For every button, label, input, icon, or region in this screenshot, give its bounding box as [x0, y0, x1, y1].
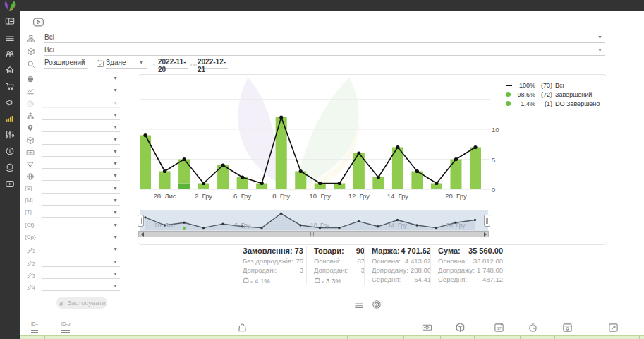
- filter-dropdown-17[interactable]: ▼: [42, 281, 120, 291]
- megaphone-icon: [5, 97, 15, 110]
- filter-dropdown-5[interactable]: ▼: [42, 135, 120, 145]
- filter-row-9: {S}▼: [23, 184, 120, 194]
- video-tutorial-button[interactable]: [32, 16, 48, 28]
- orders-id-icon[interactable]: ID=: [31, 322, 38, 333]
- filter-dropdown-11[interactable]: ▼: [42, 208, 120, 218]
- filter-dropdown-4[interactable]: ▼: [42, 122, 120, 132]
- chart-legend: 100%(73)Всі98.6%(72)Завершений1.4%(1)DO …: [506, 81, 604, 108]
- timer-icon[interactable]: [528, 322, 538, 335]
- filter-dropdown-7[interactable]: ▼: [42, 159, 120, 169]
- date-to-label: по: [190, 61, 197, 68]
- filter-dropdown-9[interactable]: ▼: [42, 184, 120, 194]
- filter-row-8: ▼: [23, 171, 120, 182]
- calendar-17-icon[interactable]: 17: [494, 322, 504, 335]
- package-circle-icon[interactable]: [372, 299, 382, 310]
- legend-item-1[interactable]: 98.6%(72)Завершений: [506, 90, 604, 99]
- filter-row-2: ▼: [23, 98, 120, 109]
- scrollbar-right-arrow[interactable]: [482, 232, 488, 237]
- orders-ido-icon[interactable]: ID-o: [61, 322, 70, 333]
- statistics-chart-card: 0510 28. Лис2. Гру6. Гру8. Гру10. Гру12.…: [138, 74, 607, 245]
- x-tick: 10. Гру: [305, 192, 336, 200]
- video-icon: [5, 179, 15, 191]
- money-icon: [26, 147, 37, 157]
- filter-dropdown-14[interactable]: ▼: [42, 244, 120, 254]
- navigator-right-handle[interactable]: [484, 215, 490, 227]
- products-value: Всі: [44, 46, 54, 54]
- legend-item-0[interactable]: 100%(73)Всі: [506, 81, 604, 90]
- package-icon[interactable]: [455, 322, 466, 335]
- stat-column-0: Замовлення:73Без допродажів:70Допродані:…: [243, 246, 303, 285]
- filter-dropdown-0[interactable]: ▼: [42, 73, 120, 83]
- status-group-dropdown[interactable]: Всі ▼: [44, 32, 605, 43]
- products-dropdown[interactable]: Всі ▼: [44, 45, 605, 56]
- filter-dropdown-8[interactable]: ▼: [42, 171, 120, 181]
- search-mode-dropdown[interactable]: Розширений ▼: [44, 58, 88, 69]
- filter-dropdown-15[interactable]: ▼: [42, 257, 120, 267]
- chevron-down-icon: ▼: [113, 173, 118, 178]
- apply-filters-button[interactable]: Застосувати: [56, 297, 107, 309]
- legend-item-2[interactable]: 1.4%(1)DO Завершено: [506, 99, 604, 108]
- sidebar-item-clients[interactable]: [4, 49, 16, 60]
- filter-dropdown-2[interactable]: ▼: [42, 98, 120, 108]
- stat-column-3: Сума:35 560.00Основна:33 812.00Допродажу…: [430, 246, 503, 285]
- calendar-check-icon: [96, 58, 104, 71]
- filter-dropdown-12[interactable]: ▼: [42, 220, 120, 230]
- filter-row-17: 4▼: [23, 281, 120, 292]
- filter-dropdown-16[interactable]: ▼: [42, 269, 120, 279]
- sidebar-item-dashboard[interactable]: [4, 17, 16, 28]
- sidebar-item-about[interactable]: [4, 147, 16, 157]
- sidebar-item-integrations[interactable]: [4, 131, 16, 141]
- sidebar-item-tutorials[interactable]: [4, 179, 16, 190]
- chevron-down-icon: ▼: [113, 186, 118, 191]
- apply-label: Застосувати: [67, 299, 105, 307]
- globe-hand-icon: [5, 162, 15, 175]
- filter-dropdown-1[interactable]: ▼: [42, 85, 120, 95]
- brace-var-icon: {M}: [25, 197, 33, 203]
- calendar-day-icon[interactable]: [562, 322, 573, 335]
- chevron-down-icon: ▼: [139, 60, 144, 65]
- sidebar-item-orders[interactable]: [4, 33, 16, 44]
- filter-dropdown-6[interactable]: ▼: [42, 147, 120, 157]
- cart-icon: [5, 81, 15, 94]
- stat-value: 35 560.00: [468, 246, 503, 257]
- y-tick-10: 10: [492, 126, 504, 133]
- chevron-down-icon: ▼: [113, 234, 118, 239]
- chart-range-navigator[interactable]: 28. Лис6. Гру10. Гру14. Гру20. Гру: [140, 210, 488, 231]
- orders-chart-plot[interactable]: [138, 75, 505, 206]
- navigator-left-handle[interactable]: [138, 215, 144, 227]
- chevron-down-icon: ▼: [80, 60, 85, 65]
- filter-dropdown-3[interactable]: ▼: [42, 110, 120, 120]
- funnel-icon: [26, 159, 37, 169]
- date-field-dropdown[interactable]: Здане ▼: [106, 58, 147, 69]
- date-from-label: з: [152, 61, 155, 68]
- sidebar-item-statistics[interactable]: [4, 114, 16, 125]
- money-icon[interactable]: [422, 322, 432, 335]
- scrollbar-grip[interactable]: [310, 232, 314, 236]
- bag-icon: [314, 276, 321, 285]
- filter-row-7: ▼: [23, 159, 120, 170]
- filter-row-5: ▼: [23, 135, 120, 145]
- sidebar-item-warehouse[interactable]: [4, 66, 16, 76]
- clients-icon: [5, 49, 15, 61]
- x-tick: 28. Лис: [150, 192, 181, 200]
- sidebar-item-procurement[interactable]: [4, 82, 16, 93]
- bag-icon: [243, 276, 250, 285]
- status-group-value: Всі: [44, 33, 54, 41]
- date-to-input[interactable]: 2022-12-21: [198, 58, 228, 69]
- filter-row-6: ▼: [23, 147, 120, 157]
- filter-dropdown-10[interactable]: ▼: [42, 196, 120, 206]
- chevron-down-icon: ▼: [113, 76, 118, 81]
- sliders-icon: [5, 130, 15, 143]
- filter-dropdown-13[interactable]: ▼: [42, 232, 120, 242]
- app-logo: [4, 1, 17, 11]
- summary-list-icon[interactable]: [354, 299, 365, 310]
- chart-scrollbar[interactable]: [138, 231, 489, 237]
- date-from-input[interactable]: 2022-11-20: [158, 58, 188, 69]
- legend-dot-marker: [506, 92, 514, 97]
- bag-icon[interactable]: [237, 322, 248, 335]
- sidebar-item-partners[interactable]: [4, 163, 16, 174]
- sidebar-item-marketing[interactable]: [4, 98, 16, 109]
- calendar-export-icon[interactable]: [608, 322, 619, 335]
- x-tick: 20. Гру: [440, 192, 471, 200]
- scrollbar-left-arrow[interactable]: [139, 232, 145, 237]
